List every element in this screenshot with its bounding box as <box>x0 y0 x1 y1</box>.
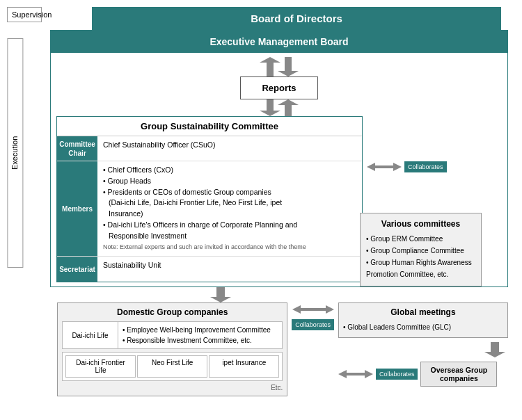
dai-ichi-life-detail: • Employee Well-being Improvement Commit… <box>118 322 275 348</box>
svg-rect-20 <box>347 373 365 375</box>
collaborates-badge-1: Collaborates <box>404 161 447 172</box>
svg-marker-6 <box>260 111 280 116</box>
svg-marker-8 <box>278 99 299 105</box>
sub-companies-row: Dai-ichi Frontier Life Neo First Life ip… <box>62 352 283 381</box>
sub-company-ipet: ipet Insurance <box>209 355 279 378</box>
global-meetings-title: Global meetings <box>343 307 503 317</box>
svg-marker-14 <box>292 305 301 314</box>
committee-secretariat-row: Secretariat Sustainability Unit <box>57 257 362 282</box>
committee-chair-row: CommitteeChair Chief Sustainability Offi… <box>57 136 362 161</box>
svg-rect-12 <box>216 287 225 298</box>
supervision-label: Supervision <box>7 7 42 22</box>
role-label-members: Members <box>57 161 97 256</box>
sustainability-committee-title: Group Sustainability Committee <box>57 117 362 136</box>
svg-marker-13 <box>210 297 231 302</box>
domestic-group-box: Domestic Group companies Dai-ichi Life •… <box>57 302 287 396</box>
svg-rect-15 <box>301 308 326 311</box>
role-label-chair: CommitteeChair <box>57 136 97 161</box>
sub-company-frontier: Dai-ichi Frontier Life <box>65 355 136 378</box>
dai-ichi-life-row: Dai-ichi Life • Employee Well-being Impr… <box>62 321 283 349</box>
global-meetings-list: • Global Leaders Committee (GLC) <box>343 321 503 333</box>
reports-box: Reports <box>240 76 317 99</box>
various-committees-list: • Group ERM Committee • Group Compliance… <box>366 233 475 280</box>
svg-rect-10 <box>375 165 393 168</box>
collaborates-badge-2: Collaborates <box>292 319 334 330</box>
dai-ichi-life-name: Dai-ichi Life <box>63 322 118 348</box>
role-label-secretariat: Secretariat <box>57 257 97 282</box>
svg-marker-9 <box>367 163 375 171</box>
svg-marker-4 <box>278 71 299 76</box>
sub-company-neofirst: Neo First Life <box>137 355 207 378</box>
board-of-directors: Board of Directors <box>92 7 501 30</box>
svg-marker-2 <box>260 57 280 63</box>
svg-rect-17 <box>491 342 499 353</box>
svg-marker-19 <box>338 370 347 378</box>
collaborates-badge-3: Collaborates <box>376 369 418 380</box>
svg-marker-21 <box>365 370 373 378</box>
svg-marker-18 <box>484 352 505 357</box>
svg-marker-16 <box>326 305 334 314</box>
svg-marker-11 <box>393 163 402 171</box>
global-meetings-box: Global meetings • Global Leaders Committ… <box>338 302 508 338</box>
various-committees-title: Various committees <box>366 219 475 229</box>
role-content-chair: Chief Sustainability Officer (CSuO) <box>97 136 362 161</box>
role-content-members: • Chief Officers (CxO) • Group Heads • P… <box>97 161 362 256</box>
execution-label: Execution <box>7 38 23 268</box>
exec-management-board: Executive Management Board <box>51 31 507 53</box>
overseas-group-box: Overseas Group companies <box>420 362 497 387</box>
domestic-group-title: Domestic Group companies <box>62 307 283 317</box>
committee-members-row: Members • Chief Officers (CxO) • Group H… <box>57 161 362 257</box>
role-content-secretariat: Sustainability Unit <box>97 257 362 282</box>
etc-label: Etc. <box>62 384 283 391</box>
